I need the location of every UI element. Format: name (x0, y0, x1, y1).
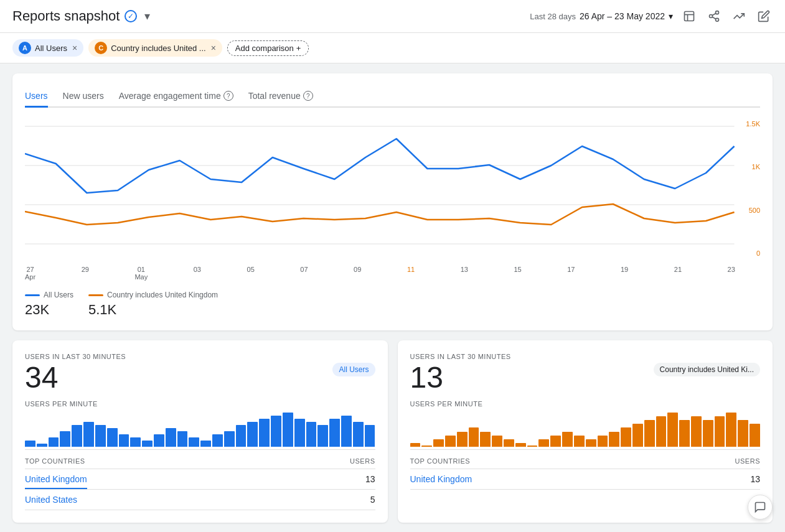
mini-bar-item (504, 439, 514, 447)
x-label-15: 15 (514, 266, 521, 281)
mini-bar-item (538, 439, 549, 447)
x-label-19: 19 (621, 266, 628, 281)
edit-icon-button[interactable] (755, 7, 773, 25)
date-value: 26 Apr – 23 May 2022 (580, 11, 665, 21)
realtime-card-right: USERS IN LAST 30 MINUTES 13 Country incl… (398, 340, 773, 523)
realtime-count-right: 13 (410, 363, 443, 393)
tab-total-revenue[interactable]: Total revenue ? (248, 86, 313, 108)
add-comparison-label: Add comparison (235, 44, 294, 53)
share-icon-button[interactable] (705, 7, 723, 25)
mini-bar-item (691, 416, 702, 447)
mini-bar-item (667, 413, 678, 447)
country-name: United States (25, 495, 77, 505)
mini-bar-item (83, 422, 94, 447)
all-users-legend-item: All Users 23K (25, 291, 73, 318)
date-range-selector[interactable]: Last 28 days 26 Apr – 23 May 2022 ▾ (530, 11, 673, 21)
svg-line-6 (712, 17, 716, 19)
mini-bar-item (738, 420, 748, 447)
country-users: 5 (370, 495, 375, 505)
svg-point-4 (710, 15, 713, 18)
mini-bar-chart-left (25, 413, 375, 450)
mini-bar-item (142, 441, 153, 447)
mini-bar-item (445, 436, 456, 447)
mini-bar-item (562, 432, 573, 447)
country-row: United Kingdom13 (410, 469, 761, 490)
x-label-01may: 01May (134, 266, 148, 281)
page-title: Reports snapshot (12, 8, 120, 24)
users-per-minute-right: USERS PER MINUTE (410, 400, 761, 408)
tab-new-users[interactable]: New users (63, 86, 104, 108)
all-users-legend-line (25, 294, 40, 296)
mini-bar-item (37, 444, 47, 447)
tab-avg-engagement[interactable]: Average engagement time ? (119, 86, 233, 108)
segment-badge-left: All Users (332, 363, 375, 376)
trending-icon-button[interactable] (730, 7, 748, 25)
mini-bar-item (679, 420, 690, 447)
mini-bar-item (353, 422, 364, 447)
country-name: United Kingdom (25, 474, 87, 484)
top-countries-header-left: TOP COUNTRIES USERS (25, 457, 375, 469)
add-comparison-icon: + (296, 44, 301, 53)
mini-bar-item (550, 436, 561, 447)
country-chip[interactable]: C Country includes United ... × (88, 39, 222, 57)
country-chip-close[interactable]: × (211, 43, 216, 53)
date-dropdown-icon: ▾ (669, 11, 673, 21)
date-label: Last 28 days (530, 12, 576, 21)
mini-bar-item (60, 431, 70, 447)
bottom-cards: USERS IN LAST 30 MINUTES 34 All Users US… (12, 340, 773, 523)
top-countries-label-right: TOP COUNTRIES (410, 457, 471, 465)
mini-bar-item (410, 443, 421, 447)
all-users-chip-close[interactable]: × (72, 43, 77, 53)
x-label-17: 17 (567, 266, 575, 281)
realtime-label-right: USERS IN LAST 30 MINUTES (410, 353, 761, 360)
country-users: 13 (750, 474, 760, 484)
mini-bar-item (527, 446, 538, 447)
chart-legend: All Users 23K Country includes United Ki… (25, 291, 760, 318)
avg-engagement-help-icon: ? (223, 91, 233, 101)
x-label-23: 23 (728, 266, 735, 281)
x-label-13: 13 (461, 266, 468, 281)
mini-bar-item (25, 441, 35, 447)
mini-bar-item (598, 436, 608, 447)
chart-x-labels: 27Apr 29 01May 03 05 07 09 11 13 15 17 1… (25, 263, 760, 283)
mini-bar-item (433, 439, 444, 447)
mini-bar-item (49, 437, 59, 447)
mini-bar-item (365, 425, 375, 447)
x-label-05: 05 (247, 266, 255, 281)
svg-rect-0 (685, 12, 694, 21)
country-rows-left: United Kingdom13United States5 (25, 469, 375, 510)
mini-bar-item (130, 437, 141, 447)
mini-bar-item (189, 437, 199, 447)
line-chart-svg (25, 120, 760, 257)
tab-users[interactable]: Users (25, 86, 48, 108)
mini-bar-item (107, 428, 118, 447)
mini-bar-item (656, 416, 667, 447)
all-users-chip[interactable]: A All Users × (12, 39, 83, 57)
mini-bar-item (715, 416, 725, 447)
header-right: Last 28 days 26 Apr – 23 May 2022 ▾ (530, 7, 773, 25)
all-users-chip-label: All Users (35, 44, 67, 53)
country-row: United States5 (25, 490, 375, 510)
top-countries-label-left: TOP COUNTRIES (25, 457, 85, 465)
mini-bar-item (469, 427, 479, 447)
top-countries-header-right: TOP COUNTRIES USERS (410, 457, 761, 469)
chat-icon-button[interactable] (748, 495, 773, 520)
mini-bar-item (72, 425, 82, 447)
mini-bar-item (200, 441, 211, 447)
mini-bar-item (621, 427, 631, 447)
realtime-count-left: 34 (25, 363, 58, 393)
segment-badge-right: Country includes United Ki... (654, 363, 760, 376)
add-comparison-button[interactable]: Add comparison + (227, 40, 309, 56)
mini-bar-item (224, 431, 235, 447)
country-legend-value: 5.1K (88, 302, 218, 318)
y-label-1k: 1K (738, 163, 760, 170)
header-dropdown-button[interactable]: ▾ (142, 8, 153, 24)
country-row: United Kingdom13 (25, 469, 375, 490)
all-users-legend-label: All Users (44, 291, 73, 299)
country-legend-label: Country includes United Kingdom (107, 291, 218, 299)
x-label-27apr: 27Apr (25, 266, 35, 281)
realtime-label-left: USERS IN LAST 30 MINUTES (25, 353, 375, 360)
report-icon-button[interactable] (680, 7, 698, 25)
mini-bar-item (341, 416, 352, 447)
mini-bar-item (119, 434, 129, 447)
